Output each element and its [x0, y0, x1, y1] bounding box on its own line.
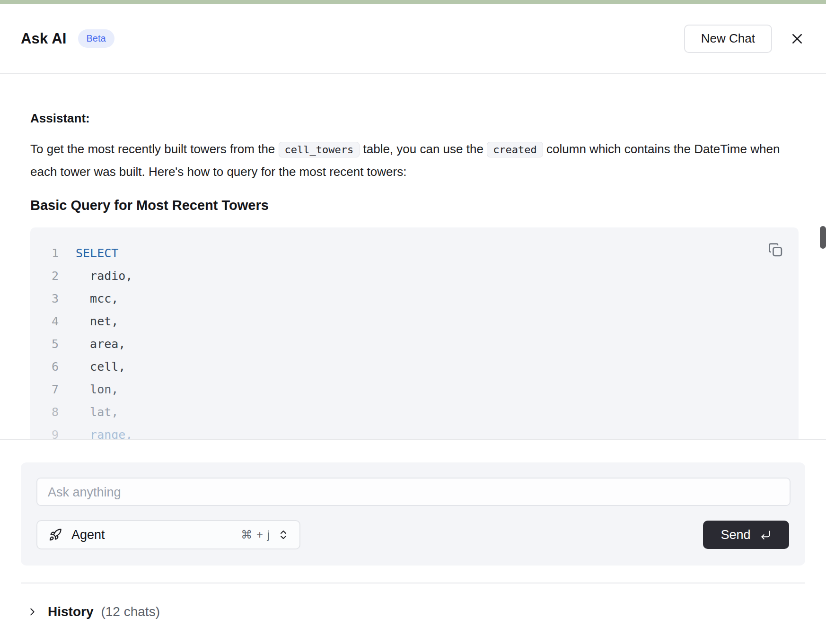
line-code: mcc,	[76, 292, 118, 305]
line-number: 7	[30, 383, 59, 396]
chevron-right-icon	[27, 607, 37, 617]
section-heading: Basic Query for Most Recent Towers	[30, 198, 799, 213]
line-code: area,	[76, 337, 125, 351]
line-number: 3	[30, 292, 59, 305]
agent-mode-select[interactable]: Agent ⌘ + j	[36, 520, 300, 549]
history-divider	[21, 583, 805, 583]
header-actions: New Chat	[684, 25, 805, 53]
return-key-icon	[759, 529, 772, 541]
line-code: radio,	[76, 269, 132, 283]
line-number: 6	[30, 360, 59, 374]
agent-shortcut: ⌘ + j	[241, 528, 270, 541]
copy-code-button[interactable]	[765, 240, 786, 261]
agent-select-label: Agent	[71, 528, 105, 542]
inline-code-created: created	[487, 142, 543, 157]
code-line: 8 lat,	[30, 400, 799, 423]
line-code: cell,	[76, 360, 125, 374]
agent-select-right: ⌘ + j	[241, 528, 289, 541]
line-number: 8	[30, 405, 59, 419]
send-button-label: Send	[721, 528, 750, 542]
line-code: lon,	[76, 383, 118, 396]
paragraph-text: To get the most recently built towers fr…	[30, 142, 279, 156]
rocket-icon	[49, 528, 62, 541]
assistant-paragraph: To get the most recently built towers fr…	[30, 138, 799, 183]
line-code: lat,	[76, 405, 118, 419]
inline-code-cell-towers: cell_towers	[279, 142, 360, 157]
composer-controls-row: Agent ⌘ + j Send	[36, 520, 790, 549]
send-button[interactable]: Send	[703, 521, 789, 549]
line-number: 4	[30, 314, 59, 328]
paragraph-text: table, you can use the	[360, 142, 487, 156]
code-line: 9 range,	[30, 423, 799, 440]
code-line: 2 radio,	[30, 264, 799, 287]
top-accent-bar	[0, 0, 826, 4]
line-code: range,	[76, 428, 132, 440]
chevrons-up-down-icon	[278, 529, 289, 540]
code-line: 1SELECT	[30, 242, 799, 264]
history-count: (12 chats)	[101, 604, 160, 619]
assistant-role-label: Assistant:	[30, 111, 799, 126]
line-code: SELECT	[76, 246, 118, 260]
code-line: 5 area,	[30, 332, 799, 355]
line-number: 1	[30, 246, 59, 260]
close-button[interactable]	[789, 31, 805, 47]
code-line: 4 net,	[30, 310, 799, 332]
page-title: Ask AI	[21, 30, 67, 47]
code-line: 7 lon,	[30, 378, 799, 400]
line-number: 2	[30, 269, 59, 283]
chat-messages-area[interactable]: Assistant: To get the most recently buil…	[0, 74, 826, 440]
line-number: 5	[30, 337, 59, 351]
new-chat-button[interactable]: New Chat	[684, 25, 772, 53]
line-code: net,	[76, 314, 118, 328]
copy-icon	[767, 241, 785, 259]
history-label: History	[48, 604, 93, 619]
scrollbar-thumb[interactable]	[820, 226, 826, 249]
code-line: 3 mcc,	[30, 287, 799, 310]
chat-composer: Agent ⌘ + j Send	[21, 462, 805, 566]
sql-code-block: 1SELECT 2 radio, 3 mcc, 4 net, 5 area, 6…	[30, 227, 799, 440]
history-toggle[interactable]: History (12 chats)	[27, 604, 826, 619]
ask-input[interactable]	[36, 478, 791, 506]
ask-ai-panel: Ask AI Beta New Chat Assistant: To get t…	[0, 0, 826, 644]
panel-header: Ask AI Beta New Chat	[0, 4, 826, 74]
close-icon	[790, 32, 804, 46]
beta-badge: Beta	[78, 29, 114, 48]
line-number: 9	[30, 428, 59, 440]
code-line: 6 cell,	[30, 355, 799, 378]
